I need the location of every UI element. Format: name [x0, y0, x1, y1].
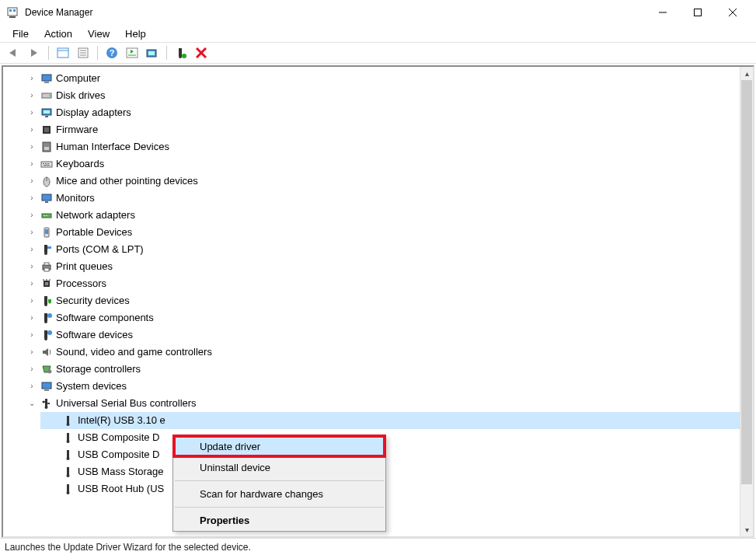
tree-category[interactable]: ›Keyboards [19, 155, 740, 173]
expand-chevron-icon[interactable]: › [26, 207, 37, 224]
tree-category[interactable]: ›Monitors [19, 190, 740, 207]
svg-rect-18 [148, 51, 155, 55]
scan-button[interactable] [123, 44, 141, 61]
tree-category[interactable]: ›Display adapters [19, 104, 740, 121]
tree-device[interactable]: USB Composite D [40, 446, 740, 463]
expand-chevron-icon[interactable]: › [26, 173, 37, 190]
tree-category[interactable]: ›Portable Devices [19, 224, 740, 241]
expand-chevron-icon[interactable]: › [26, 275, 37, 292]
svg-rect-36 [43, 163, 44, 164]
tree-device[interactable]: USB Composite D [40, 429, 740, 446]
tree-category[interactable]: ›Mice and other pointing devices [19, 173, 740, 190]
menu-file[interactable]: File [6, 26, 35, 41]
expand-chevron-icon[interactable]: › [26, 138, 37, 155]
expand-chevron-icon[interactable]: ⌄ [26, 395, 37, 412]
tree-category[interactable]: ›Security devices [19, 292, 740, 309]
keyboard-icon [40, 158, 53, 170]
svg-point-63 [44, 320, 47, 323]
tree-category[interactable]: ›Processors [19, 275, 740, 292]
tree-category[interactable]: ›System devices [19, 378, 740, 395]
svg-rect-77 [67, 433, 69, 441]
tree-category[interactable]: ›Computer [19, 70, 740, 87]
system-icon [40, 380, 53, 393]
tree-device[interactable]: USB Mass Storage [40, 463, 740, 480]
help-button[interactable]: ? [103, 44, 121, 61]
menu-view[interactable]: View [82, 26, 116, 41]
svg-rect-19 [179, 48, 182, 56]
tree-category[interactable]: ›Ports (COM & LPT) [19, 241, 740, 258]
uninstall-device-button[interactable] [192, 44, 211, 61]
expand-chevron-icon[interactable]: › [26, 155, 37, 173]
expand-chevron-icon[interactable]: › [26, 70, 37, 87]
expand-chevron-icon[interactable]: › [26, 326, 37, 344]
tree-category[interactable]: ›Print queues [19, 258, 740, 275]
expand-chevron-icon[interactable]: › [26, 121, 37, 138]
tree-category[interactable]: ⌄Universal Serial Bus controllers [19, 395, 740, 412]
scroll-down-arrow[interactable]: ▾ [740, 523, 753, 536]
tree-category[interactable]: ›Human Interface Devices [19, 138, 740, 155]
expand-chevron-icon[interactable]: › [26, 378, 37, 395]
svg-rect-56 [45, 282, 48, 285]
context-menu-item[interactable]: Update driver [173, 436, 385, 457]
sound-icon [40, 346, 53, 358]
storage-icon [40, 363, 53, 375]
expand-chevron-icon[interactable]: › [26, 224, 37, 241]
svg-rect-24 [42, 75, 51, 81]
svg-rect-65 [44, 330, 47, 338]
svg-rect-35 [41, 162, 52, 167]
forward-button[interactable] [25, 44, 44, 61]
expand-chevron-icon[interactable]: › [26, 309, 37, 326]
svg-rect-1 [9, 16, 16, 18]
disk-icon [40, 89, 53, 102]
expand-chevron-icon[interactable]: › [26, 190, 37, 207]
tree-category[interactable]: ›Network adapters [19, 207, 740, 224]
context-menu-item[interactable]: Uninstall device [173, 457, 385, 478]
context-menu-item[interactable]: Properties [173, 510, 385, 531]
svg-rect-25 [44, 82, 49, 83]
enable-device-button[interactable] [172, 44, 190, 61]
hid-icon [40, 141, 53, 153]
expand-chevron-icon[interactable]: › [26, 87, 37, 104]
svg-rect-83 [67, 484, 69, 492]
scroll-up-arrow[interactable]: ▴ [740, 67, 753, 80]
printer-icon [40, 260, 53, 273]
vertical-scrollbar[interactable]: ▴ ▾ [740, 67, 753, 536]
scroll-thumb[interactable] [741, 80, 752, 484]
close-button[interactable] [715, 2, 750, 23]
svg-rect-5 [694, 9, 701, 16]
computer-icon [40, 72, 53, 85]
expand-chevron-icon[interactable]: › [26, 292, 37, 309]
tree-device-label: USB Mass Storage [78, 463, 164, 480]
expand-chevron-icon[interactable]: › [26, 258, 37, 275]
usb-device-icon [62, 414, 75, 427]
expand-chevron-icon[interactable]: › [26, 104, 37, 121]
tree-category-label: Computer [56, 70, 100, 87]
svg-rect-39 [44, 165, 50, 166]
svg-point-72 [45, 406, 48, 409]
back-button[interactable] [5, 44, 23, 61]
tree-device[interactable]: Intel(R) USB 3.10 e [40, 412, 740, 429]
menu-action[interactable]: Action [38, 26, 78, 41]
expand-chevron-icon[interactable]: › [26, 344, 37, 361]
expand-chevron-icon[interactable]: › [26, 241, 37, 258]
tree-category[interactable]: ›Storage controllers [19, 361, 740, 378]
tree-category[interactable]: ›Software components [19, 309, 740, 326]
tree-category[interactable]: ›Disk drives [19, 87, 740, 104]
expand-chevron-icon[interactable]: › [26, 361, 37, 378]
tree-category[interactable]: ›Software devices [19, 326, 740, 344]
tree-category-label: Network adapters [56, 207, 135, 224]
svg-rect-8 [57, 48, 68, 58]
update-driver-button[interactable] [143, 44, 162, 61]
svg-point-82 [67, 474, 70, 477]
minimize-button[interactable] [645, 2, 680, 23]
tree-category[interactable]: ›Sound, video and game controllers [19, 344, 740, 361]
menu-help[interactable]: Help [119, 26, 152, 41]
properties-button[interactable] [74, 44, 92, 61]
tree-device-label: USB Root Hub (US [78, 480, 164, 497]
tree-category-label: Keyboards [56, 155, 104, 173]
show-hidden-button[interactable] [54, 44, 72, 61]
tree-device[interactable]: USB Root Hub (US [40, 480, 740, 497]
maximize-button[interactable] [680, 2, 715, 23]
context-menu-item[interactable]: Scan for hardware changes [173, 483, 385, 504]
tree-category[interactable]: ›Firmware [19, 121, 740, 138]
